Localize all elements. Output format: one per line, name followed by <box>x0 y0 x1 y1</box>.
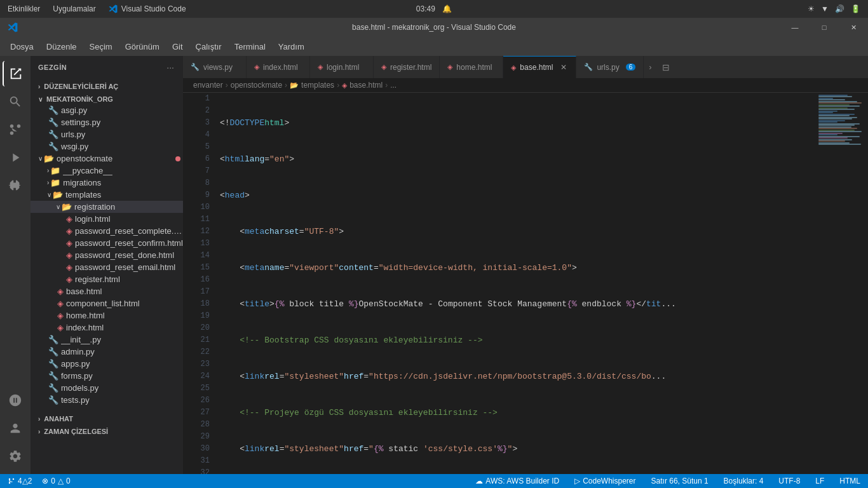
status-line-ending[interactable]: LF <box>813 477 827 485</box>
file-home[interactable]: ◈ home.html <box>31 309 183 322</box>
code-line-3: <head> <box>220 189 812 201</box>
breadcrumb-templates[interactable]: 📂 templates <box>290 81 334 90</box>
menu-yardim[interactable]: Yardım <box>273 39 309 54</box>
activity-aws[interactable] <box>3 388 28 413</box>
file-models[interactable]: 🔧 models.py <box>31 382 183 394</box>
chevron-right-icon: › <box>47 167 49 174</box>
tab-home-label: home.html <box>456 63 492 72</box>
file-forms[interactable]: 🔧 forms.py <box>31 370 183 382</box>
tab-urls-badge: 6 <box>626 64 636 71</box>
brightness-icon[interactable]: ☀ <box>808 4 815 13</box>
tab-base-close-button[interactable]: ✕ <box>559 63 568 72</box>
code-content[interactable]: <!DOCTYPE html> <html lang="en"> <head> … <box>215 93 817 474</box>
breadcrumb-envanter[interactable]: envanter <box>193 81 223 90</box>
menu-dosya[interactable]: Dosya <box>5 39 39 54</box>
status-aws[interactable]: ☁ AWS: AWS Builder ID <box>473 477 562 485</box>
line-num-15: 15 <box>183 262 210 274</box>
file-register[interactable]: ◈ register.html <box>31 273 183 285</box>
tab-register[interactable]: ◈ register.html <box>374 56 440 78</box>
os-activities[interactable]: Etkinlikler <box>8 4 40 13</box>
status-codewhisperer-label: CodeWhisperer <box>583 477 635 485</box>
activity-explorer[interactable] <box>3 61 28 86</box>
status-encoding[interactable]: UTF-8 <box>776 477 803 485</box>
file-urls[interactable]: 🔧 urls.py <box>31 128 183 140</box>
file-settings-label: settings.py <box>61 118 100 127</box>
section-anahat-label: ANAHAT <box>44 415 73 423</box>
notification-icon[interactable]: 🔔 <box>442 4 452 13</box>
tab-urls-icon: 🔧 <box>584 63 593 71</box>
battery-icon[interactable]: 🔋 <box>851 4 860 13</box>
file-password-reset-complete[interactable]: ◈ password_reset_complete.html <box>31 225 183 237</box>
folder-registration[interactable]: ∨ 📂 registration <box>31 201 183 213</box>
file-settings[interactable]: 🔧 settings.py <box>31 116 183 128</box>
maximize-button[interactable]: □ <box>810 18 839 37</box>
tab-more-button[interactable]: ⊟ <box>657 56 675 78</box>
section-duzenleyiciler[interactable]: › DÜZENLEYİCİLERİ AÇ <box>31 79 183 92</box>
line-num-23: 23 <box>183 358 210 370</box>
activity-extensions[interactable] <box>3 173 28 198</box>
close-button[interactable]: ✕ <box>839 18 868 37</box>
section-anahat[interactable]: › ANAHAT <box>31 411 183 424</box>
file-wsgi[interactable]: 🔧 wsgi.py <box>31 140 183 152</box>
file-password-reset-done[interactable]: ◈ password_reset_done.html <box>31 249 183 261</box>
activity-search[interactable] <box>3 89 28 114</box>
line-num-8: 8 <box>183 177 210 189</box>
status-git[interactable]: 4△2 <box>5 477 34 485</box>
file-base-html[interactable]: ◈ base.html <box>31 285 183 297</box>
folder-pycache[interactable]: › 📁 __pycache__ <box>31 165 183 177</box>
file-password-reset-confirm-label: password_reset_confirm.html <box>75 238 183 248</box>
activity-run[interactable] <box>3 145 28 170</box>
tab-home[interactable]: ◈ home.html <box>440 56 503 78</box>
menu-calistir[interactable]: Çalıştır <box>191 39 227 54</box>
tab-scroll-right[interactable]: › <box>644 56 656 78</box>
volume-icon[interactable]: 🔊 <box>835 4 844 13</box>
breadcrumb-ellipsis[interactable]: ... <box>390 81 397 90</box>
tab-views[interactable]: 🔧 views.py <box>183 56 247 78</box>
file-asgi[interactable]: 🔧 asgi.py <box>31 104 183 116</box>
section-project[interactable]: ∨ MEKATRONİK_ORG <box>31 92 183 104</box>
tab-index[interactable]: ◈ index.html <box>247 56 310 78</box>
file-admin[interactable]: 🔧 admin.py <box>31 346 183 358</box>
activity-git[interactable] <box>3 117 28 142</box>
breadcrumb-openstockmate[interactable]: openstockmate <box>231 81 282 90</box>
menu-git[interactable]: Git <box>167 39 188 54</box>
file-login[interactable]: ◈ login.html <box>31 213 183 225</box>
tab-urls[interactable]: 🔧 urls.py 6 <box>576 56 644 78</box>
file-password-reset-email[interactable]: ◈ password_reset_email.html <box>31 261 183 273</box>
status-spaces[interactable]: Boşluklar: 4 <box>721 477 766 485</box>
file-password-reset-confirm[interactable]: ◈ password_reset_confirm.html <box>31 237 183 249</box>
menu-duzenle[interactable]: Düzenle <box>41 39 82 54</box>
line-num-24: 24 <box>183 370 210 383</box>
file-tests[interactable]: 🔧 tests.py <box>31 394 183 406</box>
wifi-icon[interactable]: ▼ <box>821 4 829 13</box>
vscode-app[interactable]: Visual Studio Code <box>109 4 186 13</box>
file-init[interactable]: 🔧 __init__.py <box>31 334 183 346</box>
folder-migrations[interactable]: › 📁 migrations <box>31 177 183 189</box>
status-line-col[interactable]: Satır 66, Sütun 1 <box>649 477 711 485</box>
line-num-7: 7 <box>183 165 210 177</box>
line-num-1: 1 <box>183 93 210 105</box>
menu-terminal[interactable]: Terminal <box>229 39 271 54</box>
status-language[interactable]: HTML <box>837 477 863 485</box>
line-num-25: 25 <box>183 383 210 395</box>
folder-openstockmate[interactable]: ∨ 📂 openstockmate <box>31 152 183 165</box>
file-apps[interactable]: 🔧 apps.py <box>31 358 183 370</box>
file-component-list[interactable]: ◈ component_list.html <box>31 297 183 309</box>
section-timeline[interactable]: › ZAMAN ÇİZELGESİ <box>31 424 183 437</box>
tab-login[interactable]: ◈ login.html <box>310 56 374 78</box>
status-errors[interactable]: ⊗ 0 △ 0 <box>39 477 72 485</box>
menu-secim[interactable]: Seçim <box>85 39 118 54</box>
file-index[interactable]: ◈ index.html <box>31 322 183 334</box>
sidebar-more-button[interactable]: ··· <box>165 61 175 74</box>
activity-settings[interactable] <box>3 444 28 469</box>
status-codewhisperer[interactable]: ▷ CodeWhisperer <box>572 477 638 485</box>
activity-account[interactable] <box>3 416 28 441</box>
minimize-button[interactable]: — <box>780 18 810 37</box>
breadcrumb-basefile[interactable]: ◈ base.html <box>342 81 383 90</box>
folder-templates[interactable]: ∨ 📂 templates <box>31 189 183 201</box>
line-num-27: 27 <box>183 407 210 419</box>
status-bar: 4△2 ⊗ 0 △ 0 ☁ AWS: AWS Builder ID ▷ Code… <box>0 474 868 488</box>
menu-gorunum[interactable]: Görünüm <box>120 39 165 54</box>
os-apps[interactable]: Uygulamalar <box>53 4 95 13</box>
tab-base[interactable]: ◈ base.html ✕ <box>503 56 576 78</box>
